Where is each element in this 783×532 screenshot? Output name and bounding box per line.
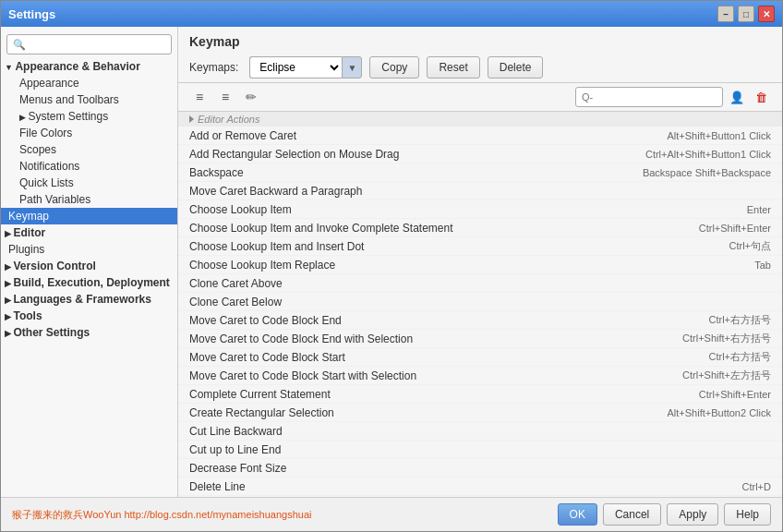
search-user-icon[interactable]: 👤 (727, 87, 747, 107)
keymap-row[interactable]: Add or Remove CaretAlt+Shift+Button1 Cli… (178, 127, 782, 145)
action-name: Move Caret to Code Block Start with Sele… (189, 369, 682, 382)
keymap-table-body: Editor Actions Add or Remove CaretAlt+Sh… (178, 112, 782, 497)
sidebar-search-input[interactable] (6, 34, 172, 54)
sidebar-item-scopes[interactable]: Scopes (1, 141, 177, 158)
keymaps-dropdown-arrow[interactable]: ▼ (342, 56, 362, 79)
search-right: 👤 🗑 (575, 87, 771, 107)
shortcut-text: Enter (747, 204, 771, 215)
keymap-row[interactable]: Move Caret to Code Block Start with Sele… (178, 367, 782, 385)
sidebar-item-editor[interactable]: Editor (1, 224, 177, 241)
shortcut-text: Ctrl+右方括号 (708, 350, 771, 364)
shortcut-text: Ctrl+D (742, 481, 771, 492)
sidebar: Appearance & Behavior Appearance Menus a… (1, 27, 178, 497)
action-name: Clone Caret Above (189, 277, 771, 290)
action-toolbar: ≡ ≡ ✏ 👤 🗑 (178, 83, 782, 112)
help-button[interactable]: Help (724, 503, 771, 526)
shortcut-text: Ctrl+Shift+Enter (699, 223, 771, 234)
copy-button[interactable]: Copy (369, 56, 419, 79)
sidebar-item-system-settings[interactable]: System Settings (1, 108, 177, 125)
title-bar: Settings – □ ✕ (1, 1, 782, 27)
action-name: Decrease Font Size (189, 462, 771, 475)
cancel-button[interactable]: Cancel (603, 503, 661, 526)
delete-button[interactable]: Delete (488, 56, 544, 79)
watermark-text: 猴子搬来的救兵WooYun http://blog.csdn.net/mynam… (12, 508, 550, 522)
action-name: Clone Caret Below (189, 296, 771, 308)
shortcut-text: Alt+Shift+Button2 Click (667, 407, 771, 418)
minimize-button[interactable]: – (717, 6, 734, 22)
expand-all-button[interactable]: ≡ (189, 87, 210, 107)
keymap-row[interactable]: Choose Lookup Item and Insert DotCtrl+句点 (178, 237, 782, 256)
action-name: Choose Lookup Item Replace (189, 259, 754, 272)
keymap-row[interactable]: Choose Lookup Item and Invoke Complete S… (178, 219, 782, 237)
action-name: Move Caret to Code Block End with Select… (189, 332, 682, 345)
keymap-row[interactable]: Complete Current StatementCtrl+Shift+Ent… (178, 385, 782, 404)
sidebar-item-tools[interactable]: Tools (1, 308, 177, 324)
sidebar-item-appearance[interactable]: Appearance (1, 75, 177, 91)
keymap-row[interactable]: Move Caret to Code Block EndCtrl+右方括号 (178, 311, 782, 330)
edit-shortcut-button[interactable]: ✏ (241, 87, 261, 107)
editor-actions-section: Editor Actions (178, 112, 782, 127)
close-button[interactable]: ✕ (758, 6, 775, 22)
sidebar-item-appearance-behavior[interactable]: Appearance & Behavior (1, 58, 177, 75)
sidebar-item-menus-toolbars[interactable]: Menus and Toolbars (1, 91, 177, 108)
action-name: Add Rectangular Selection on Mouse Drag (189, 148, 645, 161)
action-name: Choose Lookup Item (189, 203, 747, 216)
sidebar-item-other-settings[interactable]: Other Settings (1, 324, 177, 341)
shortcut-text: Tab (754, 260, 771, 271)
sidebar-item-keymap[interactable]: Keymap (1, 208, 177, 224)
sidebar-item-quick-lists[interactable]: Quick Lists (1, 175, 177, 191)
sidebar-item-plugins[interactable]: Plugins (1, 241, 177, 258)
main-content: Appearance & Behavior Appearance Menus a… (1, 27, 782, 497)
bottom-buttons: OK Cancel Apply Help (558, 503, 771, 526)
keymap-row[interactable]: Move Caret Backward a Paragraph (178, 182, 782, 200)
sidebar-item-languages-frameworks[interactable]: Languages & Frameworks (1, 291, 177, 308)
title-bar-buttons: – □ ✕ (717, 6, 775, 22)
action-name: Cut up to Line End (189, 443, 771, 456)
maximize-button[interactable]: □ (738, 6, 754, 22)
keymap-row[interactable]: Clone Caret Above (178, 274, 782, 293)
keymaps-select[interactable]: Eclipse (249, 56, 342, 79)
keymaps-label: Keymaps: (189, 61, 238, 74)
action-name: Move Caret to Code Block Start (189, 351, 708, 364)
keymap-row[interactable]: Move Caret to Code Block StartCtrl+右方括号 (178, 348, 782, 367)
shortcut-text: Ctrl+句点 (729, 239, 771, 253)
keymap-row[interactable]: Delete LineCtrl+D (178, 478, 782, 496)
keymap-row[interactable]: BackspaceBackspace Shift+Backspace (178, 163, 782, 182)
action-name: Choose Lookup Item and Insert Dot (189, 240, 729, 253)
sidebar-item-build-exec-deploy[interactable]: Build, Execution, Deployment (1, 274, 177, 291)
ok-button[interactable]: OK (558, 503, 597, 526)
keymap-row[interactable]: Cut up to Line End (178, 441, 782, 459)
shortcut-text: Ctrl+Shift+Enter (699, 389, 771, 400)
bottom-bar: 猴子搬来的救兵WooYun http://blog.csdn.net/mynam… (1, 497, 782, 531)
keymap-row[interactable]: Decrease Font Size (178, 459, 782, 478)
sidebar-item-notifications[interactable]: Notifications (1, 158, 177, 175)
keymap-row[interactable]: Clone Caret Below (178, 293, 782, 311)
shortcut-text: Ctrl+右方括号 (708, 313, 771, 327)
keymap-row[interactable]: Choose Lookup Item ReplaceTab (178, 256, 782, 274)
shortcut-text: Alt+Shift+Button1 Click (667, 130, 771, 141)
keymap-search-input[interactable] (575, 87, 723, 107)
keymap-row[interactable]: Move Caret to Code Block End with Select… (178, 330, 782, 348)
apply-button[interactable]: Apply (667, 503, 718, 526)
keymap-toolbar: Keymaps: Eclipse ▼ Copy Reset Delete (178, 53, 782, 83)
keymap-row[interactable]: Cut Line Backward (178, 422, 782, 441)
sidebar-item-version-control[interactable]: Version Control (1, 258, 177, 274)
keymap-row[interactable]: Create Rectangular SelectionAlt+Shift+Bu… (178, 404, 782, 422)
keymaps-select-wrapper: Eclipse ▼ (249, 56, 362, 79)
keymap-row[interactable]: Choose Lookup ItemEnter (178, 200, 782, 219)
shortcut-text: Ctrl+Alt+Shift+Button1 Click (645, 149, 771, 160)
action-name: Move Caret Backward a Paragraph (189, 185, 771, 198)
action-name: Complete Current Statement (189, 388, 699, 401)
sidebar-item-path-variables[interactable]: Path Variables (1, 191, 177, 208)
shortcut-text: Ctrl+Shift+右方括号 (682, 332, 771, 345)
window-title: Settings (8, 7, 55, 21)
keymap-row[interactable]: Add Rectangular Selection on Mouse DragC… (178, 145, 782, 163)
search-filter-icon[interactable]: 🗑 (751, 87, 771, 107)
keymap-header: Keymap (178, 27, 782, 53)
settings-window: Settings – □ ✕ Appearance & Behavior App… (0, 0, 783, 532)
action-name: Delete Line (189, 480, 742, 493)
sidebar-search-wrapper (1, 30, 177, 58)
sidebar-item-file-colors[interactable]: File Colors (1, 125, 177, 141)
collapse-all-button[interactable]: ≡ (215, 87, 235, 107)
reset-button[interactable]: Reset (427, 56, 479, 79)
